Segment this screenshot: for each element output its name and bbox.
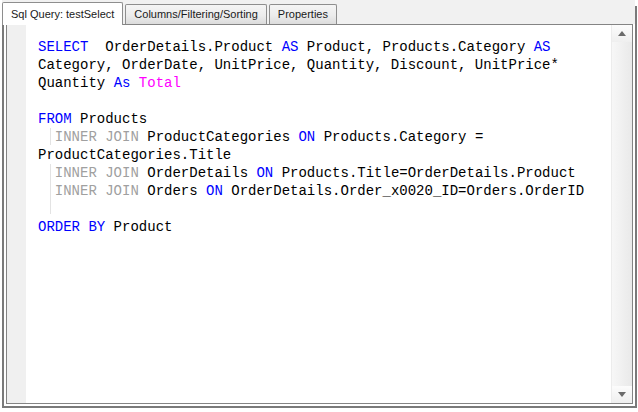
tab-columns-filtering-sorting[interactable]: Columns/Filtering/Sorting [125, 4, 267, 24]
tab-sql-query-testselect[interactable]: Sql Query: testSelect [2, 2, 123, 25]
token-keyword: ON [298, 129, 315, 145]
token-keyword: SELECT [38, 39, 88, 55]
code-line: SELECT OrderDetails.Product AS Product, … [38, 38, 584, 56]
token-plain: OrderDetails.Order_x0020_ID=Orders.Order… [223, 183, 584, 199]
token-keyword: ORDER BY [38, 219, 105, 235]
token-plain [38, 165, 55, 181]
token-plain: Orders [139, 183, 206, 199]
code-line: INNER JOIN Orders ON OrderDetails.Order_… [38, 182, 584, 200]
token-plain: OrderDetails [139, 165, 257, 181]
token-keyword: AS [282, 39, 299, 55]
token-plain: Products [72, 111, 148, 127]
sql-code: SELECT OrderDetails.Product AS Product, … [38, 38, 584, 236]
triangle-up-icon [618, 31, 626, 36]
code-line: INNER JOIN ProductCategories ON Products… [38, 128, 584, 146]
sql-editor[interactable]: SELECT OrderDetails.Product AS Product, … [26, 25, 611, 403]
code-line [38, 200, 584, 218]
token-keyword: ON [206, 183, 223, 199]
window-frame-right [635, 6, 637, 408]
scroll-up-button[interactable] [612, 25, 632, 42]
window-frame-left [2, 1, 4, 408]
token-join: INNER JOIN [55, 165, 139, 181]
window-frame-bottom [2, 406, 637, 408]
token-plain [38, 183, 55, 199]
tab-strip: Sql Query: testSelectColumns/Filtering/S… [2, 0, 635, 24]
code-line: INNER JOIN OrderDetails ON Products.Titl… [38, 164, 584, 182]
token-plain [130, 75, 138, 91]
token-plain: ProductCategories [139, 129, 299, 145]
token-keyword: FROM [38, 111, 72, 127]
token-plain: Product [105, 219, 172, 235]
code-line: FROM Products [38, 110, 584, 128]
token-plain: Product, Products.Category [298, 39, 533, 55]
token-plain: Quantity [38, 75, 114, 91]
vertical-scrollbar[interactable] [611, 25, 632, 403]
token-keyword: AS [534, 39, 551, 55]
tab-properties[interactable]: Properties [269, 4, 337, 24]
token-join: INNER JOIN [55, 183, 139, 199]
token-join: INNER JOIN [55, 129, 139, 145]
sql-query-tab-page: SELECT OrderDetails.Product AS Product, … [6, 24, 633, 404]
scroll-down-button[interactable] [612, 386, 632, 403]
code-line: ORDER BY Product [38, 218, 584, 236]
code-line [38, 92, 584, 110]
code-line: Quantity As Total [38, 74, 584, 92]
token-plain: Category, OrderDate, UnitPrice, Quantity… [38, 57, 559, 73]
token-plain: Products.Title=OrderDetails.Product [273, 165, 575, 181]
token-keyword: As [114, 75, 131, 91]
token-plain: OrderDetails.Product [88, 39, 281, 55]
code-line: ProductCategories.Title [38, 146, 584, 164]
token-alias: Total [139, 75, 181, 91]
token-plain [38, 129, 55, 145]
token-plain: ProductCategories.Title [38, 147, 231, 163]
token-plain: Products.Category = [315, 129, 483, 145]
editor-gutter [7, 25, 26, 403]
triangle-down-icon [618, 392, 626, 397]
code-line: Category, OrderDate, UnitPrice, Quantity… [38, 56, 584, 74]
token-keyword: ON [256, 165, 273, 181]
